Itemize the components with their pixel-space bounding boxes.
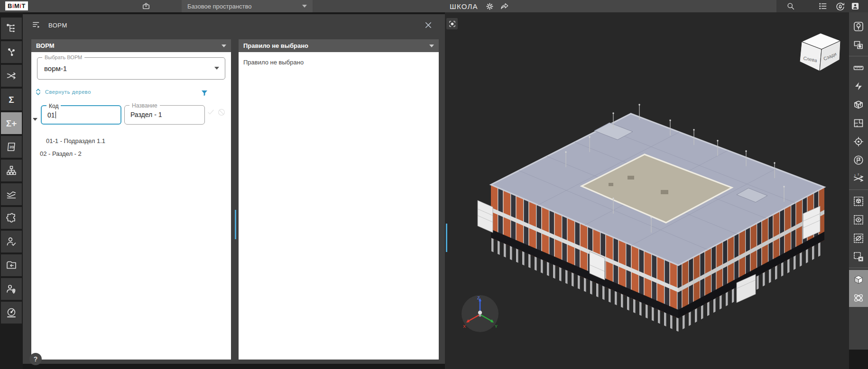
- sigma-plus-icon[interactable]: Σ+: [1, 112, 22, 134]
- overlap-focus-icon[interactable]: [849, 36, 868, 54]
- code-field[interactable]: Код 01: [41, 105, 121, 125]
- help-glyph: ?: [34, 355, 38, 363]
- ruler-icon[interactable]: [849, 58, 868, 77]
- help-button[interactable]: ?: [29, 353, 42, 365]
- unfold-icon: [35, 88, 41, 96]
- 3d-viewport[interactable]: Слева Сзади Z X Y: [445, 12, 849, 369]
- structure-tree-icon[interactable]: [1, 18, 22, 39]
- chevron-down-icon: [222, 45, 226, 47]
- hide-eye-icon[interactable]: [849, 229, 868, 247]
- cancel-block-icon[interactable]: [217, 108, 226, 117]
- sigma-plus-glyph: Σ+: [6, 119, 17, 128]
- vorm-window: ВОРМ ВОРМ Выбрать ВОРМ ворм-1 Свернуть д…: [23, 14, 445, 364]
- axis-z-label: Z: [477, 296, 480, 300]
- orbit-icon[interactable]: [849, 288, 868, 307]
- doc-2d-icon[interactable]: 2D: [1, 136, 22, 158]
- box-section-icon[interactable]: [849, 95, 868, 114]
- solid-cube-icon[interactable]: [849, 270, 868, 288]
- notifications-icon[interactable]: [834, 0, 846, 12]
- rule-header-label: Правило не выбрано: [243, 42, 308, 49]
- target-icon[interactable]: [849, 132, 868, 151]
- tree-item[interactable]: 02 - Раздел - 2: [40, 150, 82, 157]
- briefcase-icon[interactable]: [140, 0, 152, 12]
- account-icon[interactable]: [850, 0, 861, 12]
- flag-icon[interactable]: [849, 151, 868, 169]
- svg-text:2: 2: [858, 173, 859, 176]
- app-logo[interactable]: BiMiT: [5, 1, 28, 10]
- nature-icon[interactable]: [849, 17, 868, 36]
- top-bar: BiMiT Базовое пространство ШКОЛА: [0, 0, 868, 12]
- puzzle-icon[interactable]: [1, 207, 22, 229]
- confirm-check-icon[interactable]: [207, 108, 215, 117]
- vorm-panel: ВОРМ Выбрать ВОРМ ворм-1 Свернуть дерево…: [31, 39, 231, 360]
- right-toolbar: 12: [849, 12, 868, 350]
- axis-y-label: Y: [495, 324, 498, 329]
- chevron-down-icon: [429, 45, 434, 47]
- rule-panel: Правило не выбрано Правило не выбрано: [239, 39, 439, 360]
- name-field[interactable]: Название Раздел - 1: [124, 105, 205, 125]
- gear-icon[interactable]: [484, 0, 495, 12]
- building-model[interactable]: [471, 95, 831, 353]
- workspace-label: Базовое пространство: [187, 3, 252, 10]
- vorm-select-value: ворм-1: [44, 58, 67, 79]
- toolbar-divider: [849, 189, 868, 190]
- panel-resize-handle[interactable]: [235, 210, 236, 239]
- logo-letter: B: [8, 2, 12, 9]
- chevron-down-icon: [302, 5, 307, 8]
- share-icon[interactable]: [499, 0, 510, 12]
- rule-empty-text: Правило не выбрано: [243, 59, 304, 66]
- user-pin-icon[interactable]: [1, 278, 22, 300]
- toolbar-divider: [849, 268, 868, 268]
- axis-x-label: X: [463, 324, 466, 329]
- svg-text:2D: 2D: [9, 145, 14, 149]
- axis-gizmo[interactable]: Z X Y: [460, 294, 500, 333]
- compare-icon[interactable]: 12: [849, 169, 868, 188]
- tree-expand-caret[interactable]: [33, 118, 37, 121]
- topbar-right-section: [776, 0, 868, 12]
- sigma-icon[interactable]: Σ: [1, 89, 22, 110]
- rule-panel-header[interactable]: Правило не выбрано: [239, 39, 439, 52]
- name-field-value: Раздел - 1: [130, 106, 162, 124]
- search-icon[interactable]: [785, 0, 796, 12]
- shuffle-icon[interactable]: [1, 65, 22, 87]
- navigation-cube[interactable]: Слева Сзади: [797, 29, 844, 74]
- vorm-select[interactable]: Выбрать ВОРМ ворм-1: [37, 57, 225, 80]
- vorm-panel-body: Выбрать ВОРМ ворм-1 Свернуть дерево Код …: [31, 52, 231, 360]
- collapse-tree-button[interactable]: Свернуть дерево: [35, 88, 91, 96]
- filter-icon[interactable]: [200, 89, 211, 99]
- left-toolbar: Σ Σ+ 2D: [0, 12, 23, 369]
- tree-item[interactable]: 01-1 - Подраздел 1.1: [46, 137, 105, 144]
- code-field-value: 01: [47, 106, 56, 124]
- fit-view-icon[interactable]: [446, 18, 458, 29]
- connector-icon[interactable]: [1, 41, 22, 63]
- workspace-selector[interactable]: Базовое пространство: [182, 0, 313, 12]
- folder-return-icon[interactable]: [1, 254, 22, 276]
- close-icon[interactable]: [423, 19, 434, 31]
- chevron-down-icon: [214, 67, 219, 70]
- org-chart-icon[interactable]: [1, 160, 22, 181]
- show-eye-icon[interactable]: [849, 210, 868, 229]
- vorm-header-label: ВОРМ: [36, 42, 55, 49]
- svg-text:1: 1: [854, 173, 856, 176]
- rule-panel-body: Правило не выбрано: [239, 52, 439, 360]
- text-cursor: [55, 111, 56, 118]
- clear-selection-icon[interactable]: [849, 247, 868, 266]
- window-resize-handle[interactable]: [446, 224, 447, 252]
- trend-lines-icon[interactable]: [1, 183, 22, 205]
- flash-icon[interactable]: [849, 77, 868, 95]
- panel-menu-icon[interactable]: [32, 20, 42, 32]
- logo-letter: M: [14, 2, 19, 9]
- sigma-glyph: Σ: [9, 95, 14, 104]
- list-icon[interactable]: [817, 0, 829, 12]
- vorm-panel-header[interactable]: ВОРМ: [31, 39, 231, 52]
- user-check-icon[interactable]: [1, 231, 22, 252]
- project-title: ШКОЛА: [450, 0, 478, 12]
- gauge-icon[interactable]: [1, 302, 22, 324]
- isolate-cube-icon[interactable]: [849, 192, 868, 210]
- toolbar-divider: [849, 56, 868, 56]
- logo-letter: T: [21, 2, 25, 9]
- window-title: ВОРМ: [48, 22, 67, 29]
- floorplan-icon[interactable]: [849, 114, 868, 132]
- collapse-tree-label: Свернуть дерево: [45, 89, 91, 95]
